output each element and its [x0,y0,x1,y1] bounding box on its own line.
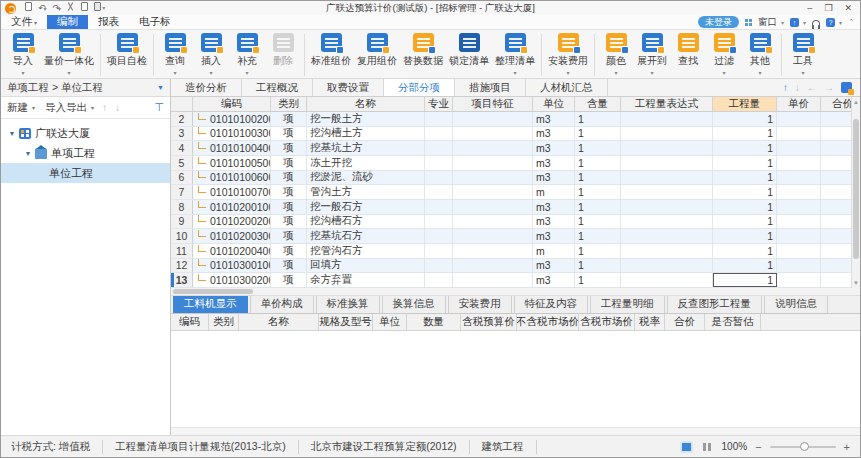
cell-quantity[interactable]: 1 [713,215,777,229]
column-header-单位[interactable]: 单位 [533,97,575,111]
menu-tab-报表[interactable]: 报表 [88,15,129,29]
upload-caret-icon[interactable]: ▾ [803,19,806,26]
cell-type[interactable]: 项 [271,127,307,141]
ribbon-button-标准组价[interactable]: 标准组价 [311,33,351,68]
cell-type[interactable]: 项 [271,156,307,170]
cell-quantity-expression[interactable] [621,200,713,214]
move-up-icon[interactable]: ↑ [102,102,107,113]
redo-icon[interactable]: ↷▾ [53,2,62,15]
cell-unit-price[interactable] [777,200,821,214]
quick-access-more-icon[interactable]: ▾ [102,2,105,14]
table-row[interactable]: 5010101005001项冻土开挖m311 [171,156,860,171]
tab-措施项目[interactable]: 措施项目 [455,79,526,96]
ribbon-button-导入[interactable]: 导入▾ [8,33,38,76]
detail-tab-反查图形工程量[interactable]: 反查图形工程量 [667,294,763,313]
cell-unit-price[interactable] [777,273,821,287]
cell-type[interactable]: 项 [271,112,307,126]
menu-tab-编制[interactable]: 编制 [47,15,88,29]
cell-name[interactable]: 挖基坑土方 [307,141,425,155]
cell-major[interactable] [425,229,453,243]
table-row[interactable]: 4010101004001项挖基坑土方m311 [171,141,860,156]
cell-unit-price[interactable] [777,244,821,258]
cell-type[interactable]: 项 [271,229,307,243]
detail-column-header-规格及型号[interactable]: 规格及型号 [319,314,373,330]
cell-quantity-expression[interactable] [621,171,713,185]
cell-quantity[interactable]: 1 [713,229,777,243]
collapse-ribbon-icon[interactable]: ⌃ [848,18,854,26]
cell-unit-price[interactable] [777,141,821,155]
cell-name[interactable]: 冻土开挖 [307,156,425,170]
import-export-caret-icon[interactable]: ▾ [91,104,94,111]
cell-unit-price[interactable] [777,156,821,170]
row-number[interactable]: 8 [171,200,193,214]
detail-column-header-含税市场价[interactable]: 含税市场价 [579,314,635,330]
tab-造价分析[interactable]: 造价分析 [171,79,242,96]
detail-column-header-税率[interactable]: 税率 [635,314,665,330]
help-icon[interactable]: ? [826,18,835,27]
cell-feature[interactable] [453,127,533,141]
help-caret-icon[interactable]: ▾ [839,19,842,26]
cell-quantity[interactable]: 1 [713,141,777,155]
cell-feature[interactable] [453,171,533,185]
column-header-工程量表达式[interactable]: 工程量表达式 [621,97,713,111]
cell-content[interactable]: 1 [575,112,621,126]
login-status-badge[interactable]: 未登录 [698,16,739,28]
dropdown-caret-icon[interactable]: ▾ [614,69,617,76]
vertical-scrollbar[interactable]: ▲ ▼ [851,97,860,288]
ribbon-button-整理清单[interactable]: 整理清单▾ [495,33,535,76]
pin-icon[interactable]: ⊤ [154,101,164,114]
tab-人材机汇总[interactable]: 人材机汇总 [526,79,608,96]
dropdown-caret-icon[interactable]: ▾ [21,69,24,76]
upload-icon[interactable]: ↑ [790,18,799,27]
cell-unit-price[interactable] [777,171,821,185]
detail-table-body[interactable] [171,331,860,427]
quick-locate-icon[interactable] [841,82,852,93]
cell-quantity-expression[interactable] [621,244,713,258]
ribbon-button-补充[interactable]: 补充▾ [232,33,262,76]
cell-name[interactable]: 管沟土方 [307,185,425,199]
table-row[interactable]: 7010101007001项管沟土方m11 [171,185,860,200]
row-number[interactable]: 6 [171,171,193,185]
column-header-名称[interactable]: 名称 [307,97,425,111]
ribbon-button-查找[interactable]: 查找 [673,33,703,68]
column-header-rownum[interactable] [171,97,193,111]
cell-unit[interactable]: m3 [533,127,575,141]
cell-name[interactable]: 余方弃置 [307,273,425,287]
detail-column-header-类别[interactable]: 类别 [209,314,239,330]
cell-unit[interactable]: m [533,185,575,199]
cell-unit[interactable]: m3 [533,259,575,273]
cell-feature[interactable] [453,200,533,214]
menu-tab-文件[interactable]: 文件▾ [1,15,47,29]
dropdown-caret-icon[interactable]: ▾ [513,69,516,76]
cell-major[interactable] [425,141,453,155]
cell-name[interactable]: 挖淤泥、流砂 [307,171,425,185]
cell-major[interactable] [425,259,453,273]
cell-quantity-expression[interactable] [621,259,713,273]
cell-feature[interactable] [453,229,533,243]
cell-unit[interactable]: m3 [533,200,575,214]
detail-tab-说明信息[interactable]: 说明信息 [764,294,828,313]
minimize-button[interactable]: – [807,2,812,14]
cell-feature[interactable] [453,156,533,170]
cell-quantity[interactable]: 1 [713,156,777,170]
ribbon-button-其他[interactable]: 其他▾ [745,33,775,76]
row-number[interactable]: 10 [171,229,193,243]
row-number[interactable]: 9 [171,215,193,229]
cell-quantity[interactable]: 1 [713,127,777,141]
copy-icon[interactable] [81,2,88,14]
cell-unit[interactable]: m3 [533,171,575,185]
cell-quantity-expression[interactable] [621,215,713,229]
cell-type[interactable]: 项 [271,259,307,273]
detail-column-header-编码[interactable]: 编码 [171,314,209,330]
cell-type[interactable]: 项 [271,273,307,287]
detail-column-header-单位[interactable]: 单位 [373,314,407,330]
cell-name[interactable]: 回填方 [307,259,425,273]
cell-major[interactable] [425,185,453,199]
table-row[interactable]: 11010102004001项挖管沟石方m11 [171,244,860,259]
detail-tab-安装费用[interactable]: 安装费用 [448,294,512,313]
detail-tab-工料机显示[interactable]: 工料机显示 [173,294,248,313]
cell-type[interactable]: 项 [271,171,307,185]
paste-icon[interactable] [94,2,101,14]
table-row[interactable]: 13010103002001项余方弃置m311 [171,273,860,288]
nav-left-icon[interactable]: ← [807,82,817,93]
